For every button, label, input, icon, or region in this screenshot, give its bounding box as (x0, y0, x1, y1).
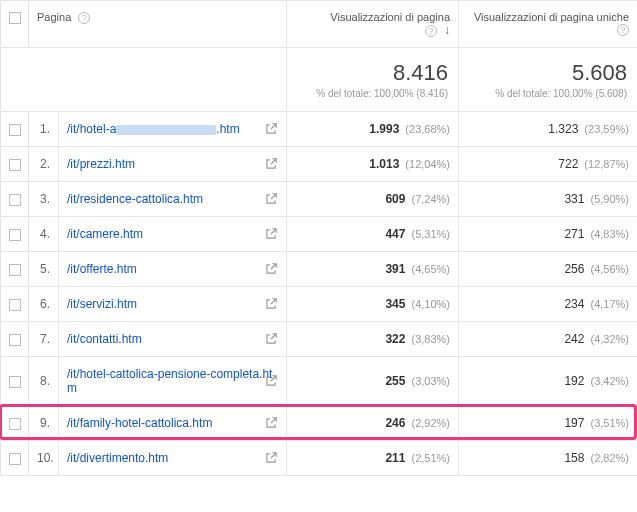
row-index: 6. (29, 287, 59, 322)
uviews-pct: (3,42%) (590, 375, 629, 387)
row-index: 3. (29, 182, 59, 217)
row-checkbox[interactable] (9, 194, 21, 206)
page-link[interactable]: /it/servizi.htm (67, 297, 137, 311)
uviews-pct: (4,17%) (590, 298, 629, 310)
row-unique-views: 271(4,83%) (459, 217, 638, 252)
views-value: 391 (385, 262, 405, 276)
row-checkbox-cell (1, 217, 29, 252)
page-link[interactable]: /it/prezzi.htm (67, 157, 135, 171)
page-link[interactable]: /it/family-hotel-cattolica.htm (67, 416, 212, 430)
open-external-icon[interactable] (264, 122, 278, 136)
row-page-cell: /it/hotel-a.htm (59, 112, 287, 147)
views-value: 255 (385, 374, 405, 388)
uviews-value: 1.323 (548, 122, 578, 136)
totals-row: 8.416 % del totale: 100,00% (8.416) 5.60… (1, 48, 638, 112)
table-row: 10./it/divertimento.htm211(2,51%)158(2,8… (1, 441, 638, 476)
row-checkbox[interactable] (9, 229, 21, 241)
row-checkbox[interactable] (9, 264, 21, 276)
page-link[interactable]: /it/divertimento.htm (67, 451, 168, 465)
header-views-label: Visualizzazioni di pagina (330, 11, 450, 23)
row-checkbox-cell (1, 252, 29, 287)
row-checkbox-cell (1, 112, 29, 147)
row-checkbox[interactable] (9, 299, 21, 311)
row-views: 447(5,31%) (287, 217, 459, 252)
totals-views: 8.416 % del totale: 100,00% (8.416) (287, 48, 459, 112)
open-external-icon[interactable] (264, 227, 278, 241)
open-external-icon[interactable] (264, 416, 278, 430)
uviews-value: 197 (564, 416, 584, 430)
open-external-icon[interactable] (264, 374, 278, 388)
totals-views-sub: % del totale: 100,00% (8.416) (297, 88, 448, 99)
uviews-value: 192 (564, 374, 584, 388)
totals-unique-views: 5.608 % del totale: 100,00% (5.608) (459, 48, 638, 112)
uviews-value: 271 (564, 227, 584, 241)
row-unique-views: 1.323(23,59%) (459, 112, 638, 147)
row-unique-views: 234(4,17%) (459, 287, 638, 322)
views-value: 246 (385, 416, 405, 430)
row-checkbox[interactable] (9, 124, 21, 136)
views-value: 609 (385, 192, 405, 206)
help-icon[interactable]: ? (78, 12, 90, 24)
open-external-icon[interactable] (264, 451, 278, 465)
row-unique-views: 722(12,87%) (459, 147, 638, 182)
table-row: 8./it/hotel-cattolica-pensione-completa.… (1, 357, 638, 406)
row-checkbox-cell (1, 441, 29, 476)
views-pct: (5,31%) (411, 228, 450, 240)
select-all-checkbox[interactable] (9, 12, 21, 24)
table-row: 4./it/camere.htm447(5,31%)271(4,83%) (1, 217, 638, 252)
header-page[interactable]: Pagina ? (29, 1, 287, 48)
views-value: 1.013 (369, 157, 399, 171)
table-row: 7./it/contatti.htm322(3,83%)242(4,32%) (1, 322, 638, 357)
uviews-value: 722 (558, 157, 578, 171)
totals-uviews-sub: % del totale: 100,00% (5.608) (469, 88, 627, 99)
row-views: 345(4,10%) (287, 287, 459, 322)
row-views: 255(3,03%) (287, 357, 459, 406)
row-checkbox[interactable] (9, 418, 21, 430)
row-checkbox[interactable] (9, 453, 21, 465)
row-checkbox-cell (1, 406, 29, 441)
row-checkbox[interactable] (9, 159, 21, 171)
analytics-table: Pagina ? Visualizzazioni di pagina ? ↓ V… (0, 0, 637, 476)
row-unique-views: 158(2,82%) (459, 441, 638, 476)
views-pct: (7,24%) (411, 193, 450, 205)
page-link[interactable]: /it/residence-cattolica.htm (67, 192, 203, 206)
open-external-icon[interactable] (264, 332, 278, 346)
uviews-pct: (12,87%) (584, 158, 629, 170)
open-external-icon[interactable] (264, 157, 278, 171)
row-checkbox-cell (1, 182, 29, 217)
row-checkbox-cell (1, 287, 29, 322)
header-uviews-label: Visualizzazioni di pagina uniche (474, 11, 629, 23)
uviews-value: 331 (564, 192, 584, 206)
row-views: 1.013(12,04%) (287, 147, 459, 182)
row-index: 2. (29, 147, 59, 182)
uviews-value: 158 (564, 451, 584, 465)
row-checkbox-cell (1, 322, 29, 357)
totals-views-value: 8.416 (297, 60, 448, 86)
open-external-icon[interactable] (264, 297, 278, 311)
table-row: 5./it/offerte.htm391(4,65%)256(4,56%) (1, 252, 638, 287)
row-views: 322(3,83%) (287, 322, 459, 357)
page-link[interactable]: /it/hotel-a.htm (67, 122, 240, 136)
row-unique-views: 192(3,42%) (459, 357, 638, 406)
open-external-icon[interactable] (264, 192, 278, 206)
row-checkbox[interactable] (9, 334, 21, 346)
views-value: 322 (385, 332, 405, 346)
views-pct: (3,03%) (411, 375, 450, 387)
page-link[interactable]: /it/camere.htm (67, 227, 143, 241)
page-link[interactable]: /it/contatti.htm (67, 332, 142, 346)
uviews-pct: (4,56%) (590, 263, 629, 275)
help-icon[interactable]: ? (617, 24, 629, 36)
page-link[interactable]: /it/hotel-cattolica-pensione-completa.ht… (67, 367, 272, 395)
row-page-cell: /it/divertimento.htm (59, 441, 287, 476)
row-index: 7. (29, 322, 59, 357)
uviews-pct: (23,59%) (584, 123, 629, 135)
row-checkbox[interactable] (9, 376, 21, 388)
page-link[interactable]: /it/offerte.htm (67, 262, 137, 276)
header-views[interactable]: Visualizzazioni di pagina ? ↓ (287, 1, 459, 48)
help-icon[interactable]: ? (425, 25, 437, 37)
row-unique-views: 242(4,32%) (459, 322, 638, 357)
row-index: 1. (29, 112, 59, 147)
row-views: 211(2,51%) (287, 441, 459, 476)
open-external-icon[interactable] (264, 262, 278, 276)
header-unique-views[interactable]: Visualizzazioni di pagina uniche ? (459, 1, 638, 48)
